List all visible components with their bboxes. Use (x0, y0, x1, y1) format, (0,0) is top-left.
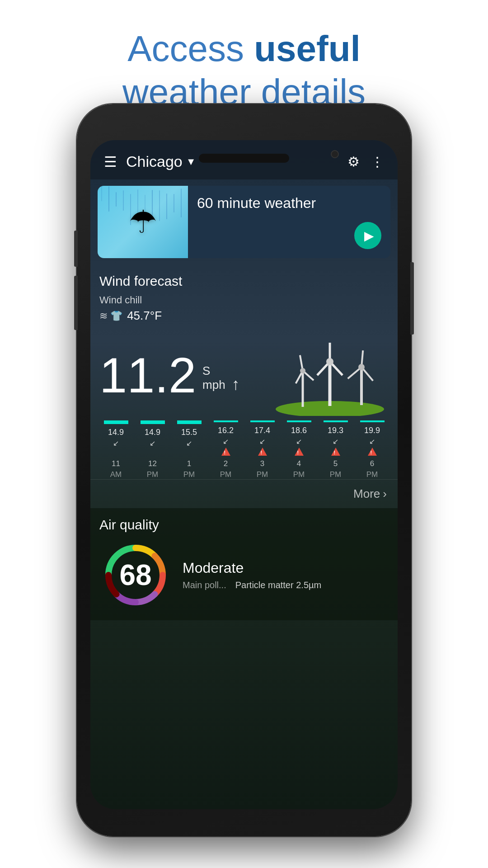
wind-bar-col: 17.4↙!3PM (244, 420, 281, 479)
wind-bar-arrow: ↙ (259, 437, 265, 446)
svg-point-15 (358, 364, 365, 370)
more-chevron-icon: › (383, 487, 387, 501)
aqi-details: Main poll... Particle matter 2.5µm (183, 580, 389, 590)
wind-bar-arrow: ↙ (150, 439, 155, 448)
wind-time: 1 (187, 459, 191, 468)
play-button[interactable]: ▶ (354, 222, 381, 249)
wind-chill-icon: ≋ 👕 (99, 310, 122, 322)
wind-warning-indicator: ! (221, 448, 230, 458)
wind-chill-value-row: ≋ 👕 45.7°F (99, 309, 389, 323)
wind-bars: 14.9↙11AM14.9↙12PM15.5↙1PM16.2↙!2PM17.4↙… (98, 420, 390, 479)
wind-section: Wind forecast Wind chill ≋ 👕 45.7°F (90, 264, 398, 330)
phone-screen: ☰ Chicago ▼ ⚙ ⋮ (90, 140, 398, 809)
wind-bars-chart: 14.9↙11AM14.9↙12PM15.5↙1PM16.2↙!2PM17.4↙… (90, 420, 398, 479)
wind-turbines-illustration (271, 335, 389, 416)
aqi-main-poll-label: Main poll... (183, 580, 226, 590)
wind-warning-indicator: ! (368, 448, 377, 458)
wind-warning-indicator: ! (258, 448, 267, 458)
wind-bar (141, 420, 165, 424)
wind-bar (287, 420, 311, 422)
air-quality-content: 68 Moderate Main poll... Particle matter… (99, 539, 389, 611)
aqi-info: Moderate Main poll... Particle matter 2.… (183, 560, 389, 590)
more-options-icon[interactable]: ⋮ (371, 154, 384, 170)
wind-arrow-indicator: ↑ (232, 375, 240, 394)
wind-bar (104, 420, 128, 424)
volume-btn-2 (74, 276, 78, 330)
wind-period: PM (366, 470, 378, 479)
settings-icon[interactable]: ⚙ (347, 154, 360, 170)
more-row: More › (90, 479, 398, 508)
phone-mockup: ☰ Chicago ▼ ⚙ ⋮ (77, 104, 411, 836)
wind-bar-arrow: ↙ (223, 437, 229, 446)
svg-point-10 (326, 358, 333, 365)
wind-warning-indicator: ! (331, 448, 340, 458)
wind-time: 11 (112, 459, 120, 468)
header-bold: useful (254, 28, 361, 69)
play-icon: ▶ (364, 228, 374, 243)
aqi-value: 68 (119, 558, 151, 592)
volume-btn-1 (74, 231, 78, 267)
wind-unit: mph (202, 378, 225, 392)
wind-bar-col: 18.6↙!4PM (281, 420, 317, 479)
air-quality-section: Air quality (90, 508, 398, 620)
wind-period: PM (147, 470, 159, 479)
wind-period: PM (220, 470, 232, 479)
wind-bar (360, 420, 385, 422)
wind-bar-col: 19.3↙!5PM (317, 420, 354, 479)
wind-time: 3 (260, 459, 264, 468)
app-content: ☰ Chicago ▼ ⚙ ⋮ (90, 140, 398, 809)
city-name: Chicago (126, 153, 183, 170)
wind-speed-row: 11.2 S mph ↑ (90, 330, 398, 420)
wind-bar-arrow: ↙ (369, 437, 375, 446)
wind-time: 4 (297, 459, 301, 468)
air-quality-title: Air quality (99, 517, 389, 533)
wind-bar-value: 19.3 (328, 426, 343, 435)
wind-bar-arrow: ↙ (333, 437, 338, 446)
wind-bar-arrow: ↙ (186, 439, 192, 448)
wind-period: AM (110, 470, 122, 479)
wind-bar-col: 16.2↙!2PM (207, 420, 244, 479)
toolbar-actions: ⚙ ⋮ (347, 154, 384, 170)
aqi-particle-value: Particle matter 2.5µm (235, 580, 321, 590)
wind-period: PM (330, 470, 342, 479)
wind-time: 5 (333, 459, 338, 468)
wind-time: 6 (370, 459, 374, 468)
weather-card-thumbnail: ☂ (98, 186, 188, 258)
svg-point-5 (300, 368, 305, 373)
wind-bar-value: 14.9 (145, 428, 160, 437)
wind-bar-value: 14.9 (108, 428, 124, 437)
wind-speed-number: 11.2 (99, 350, 196, 400)
wind-chill-row: Wind chill (99, 294, 389, 306)
wind-time: 2 (224, 459, 228, 468)
wind-bar-value: 19.9 (364, 426, 380, 435)
wind-bar (177, 420, 202, 424)
header-normal: Access (127, 28, 254, 69)
wind-period: PM (293, 470, 305, 479)
wind-time: 12 (148, 459, 157, 468)
wind-speed-unit: S mph (202, 364, 225, 392)
wind-period: PM (183, 470, 195, 479)
wind-bar (214, 420, 238, 422)
weather-card: ☂ 60 minute weather ▶ (98, 186, 390, 258)
umbrella-icon: ☂ (129, 203, 157, 241)
wind-warning-indicator: ! (295, 448, 304, 458)
wind-bar-value: 17.4 (254, 426, 270, 435)
wind-speed-display: 11.2 S mph ↑ (99, 350, 240, 400)
wind-chill-value: 45.7°F (127, 309, 162, 323)
more-link[interactable]: More › (353, 487, 387, 501)
wind-bar-col: 14.9↙12PM (134, 420, 171, 479)
phone-shell: ☰ Chicago ▼ ⚙ ⋮ (77, 104, 411, 836)
dropdown-icon: ▼ (186, 156, 196, 168)
wind-section-title: Wind forecast (99, 274, 389, 289)
wind-bar-col: 19.9↙!6PM (354, 420, 390, 479)
wind-bar-col: 14.9↙11AM (98, 420, 134, 479)
aqi-status: Moderate (183, 560, 389, 576)
camera-dot (331, 150, 339, 158)
wind-bar-col: 15.5↙1PM (171, 420, 207, 479)
wind-bar-value: 18.6 (291, 426, 307, 435)
power-btn (410, 262, 414, 335)
wind-bar (324, 420, 348, 422)
wind-bar (250, 420, 275, 422)
wind-bar-value: 16.2 (218, 426, 234, 435)
menu-icon[interactable]: ☰ (104, 153, 117, 170)
